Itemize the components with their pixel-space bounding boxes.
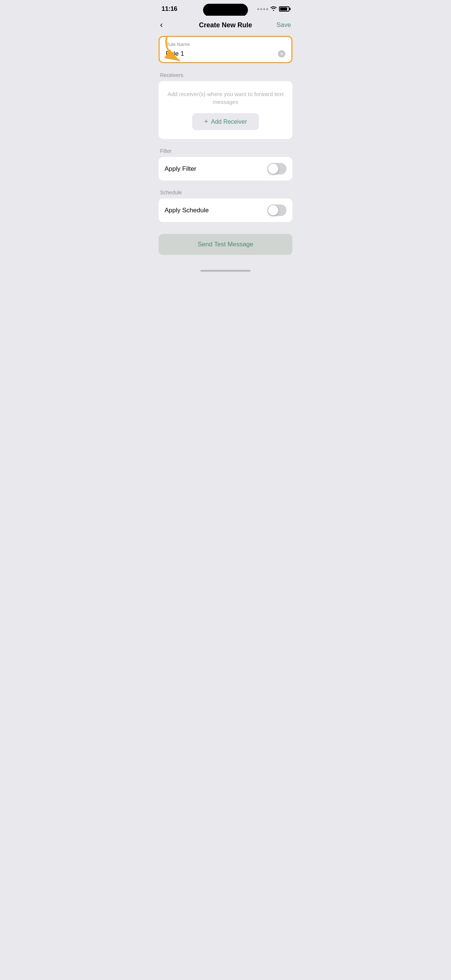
- home-indicator: [201, 270, 250, 272]
- schedule-header: Schedule: [159, 189, 292, 196]
- apply-filter-row: Apply Filter: [159, 157, 292, 181]
- battery-icon: [279, 6, 290, 11]
- apply-filter-toggle[interactable]: [268, 163, 287, 175]
- add-receiver-button[interactable]: + Add Receiver: [192, 113, 259, 130]
- status-icons: [257, 6, 290, 12]
- receivers-placeholder: Add receiver(s) where you want to forwar…: [164, 90, 287, 106]
- battery-fill: [280, 8, 287, 11]
- apply-filter-label: Apply Filter: [164, 165, 196, 173]
- signal-icon: [257, 8, 268, 10]
- wifi-icon: [270, 6, 277, 12]
- rule-name-label: Rule Name: [166, 41, 285, 47]
- status-time: 11:16: [161, 5, 177, 13]
- schedule-section: Apply Schedule: [159, 199, 292, 222]
- rule-name-section: Rule Name Rule 1: [159, 36, 292, 63]
- clear-input-button[interactable]: [278, 50, 285, 57]
- back-button[interactable]: ‹: [160, 19, 166, 32]
- filter-section: Apply Filter: [159, 157, 292, 181]
- plus-icon: +: [204, 118, 208, 126]
- rule-name-input-row: Rule 1: [166, 50, 285, 57]
- send-test-message-button[interactable]: Send Test Message: [159, 234, 292, 255]
- apply-schedule-row: Apply Schedule: [159, 199, 292, 222]
- toggle-knob-2: [268, 205, 278, 215]
- save-button[interactable]: Save: [276, 21, 291, 29]
- toggle-knob: [268, 164, 278, 174]
- apply-schedule-label: Apply Schedule: [164, 207, 209, 214]
- main-content: Rule Name Rule 1 Receivers Add receiver(…: [153, 36, 298, 255]
- page-title: Create New Rule: [199, 21, 252, 29]
- rule-name-value[interactable]: Rule 1: [166, 50, 184, 57]
- filter-header: Filter: [159, 148, 292, 154]
- receivers-header: Receivers: [159, 72, 292, 78]
- add-receiver-label: Add Receiver: [211, 118, 247, 125]
- receivers-section: Add receiver(s) where you want to forwar…: [159, 81, 292, 139]
- dynamic-island: [203, 4, 248, 16]
- apply-schedule-toggle[interactable]: [268, 204, 287, 216]
- nav-bar: ‹ Create New Rule Save: [153, 16, 298, 36]
- phone-frame: 11:16 ‹ Create New Rule S: [153, 0, 298, 317]
- status-bar: 11:16: [153, 0, 298, 16]
